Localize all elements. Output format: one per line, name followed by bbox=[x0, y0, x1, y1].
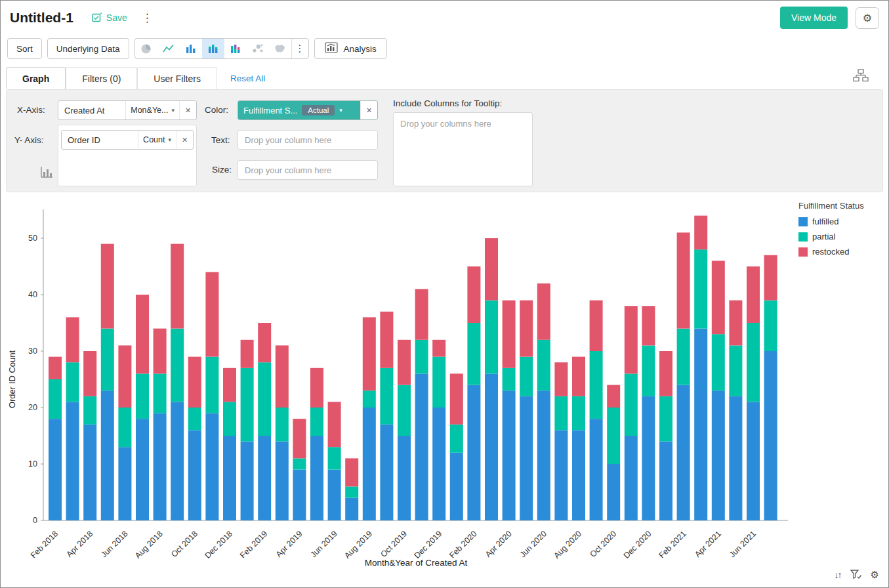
analysis-button[interactable]: Analysis bbox=[314, 38, 387, 59]
hierarchy-icon[interactable] bbox=[853, 69, 869, 85]
color-remove-icon[interactable]: ✕ bbox=[360, 101, 377, 119]
bar-segment-fulfilled[interactable] bbox=[83, 425, 96, 520]
x-axis-remove-icon[interactable]: ✕ bbox=[179, 101, 196, 119]
save-button[interactable]: * Save bbox=[92, 12, 127, 24]
bar-segment-fulfilled[interactable] bbox=[729, 396, 742, 520]
x-axis-aggregation-dropdown[interactable]: Mon&Ye... ▾ bbox=[125, 101, 179, 119]
bar-segment-restocked[interactable] bbox=[258, 323, 271, 362]
bar-segment-restocked[interactable] bbox=[49, 357, 62, 379]
bar-segment-fulfilled[interactable] bbox=[136, 419, 149, 520]
bar-segment-restocked[interactable] bbox=[520, 301, 533, 357]
bar-segment-restocked[interactable] bbox=[328, 402, 341, 447]
bar-segment-partial[interactable] bbox=[118, 408, 131, 447]
bar-segment-partial[interactable] bbox=[223, 402, 236, 436]
filter-funnel-icon[interactable] bbox=[850, 570, 861, 580]
bar-segment-fulfilled[interactable] bbox=[276, 442, 289, 520]
color-field-pill[interactable]: Fulfillment S... Actual ▾ bbox=[238, 101, 360, 119]
bar-chart-icon[interactable] bbox=[180, 39, 202, 58]
bar-segment-fulfilled[interactable] bbox=[154, 413, 167, 520]
bar-segment-restocked[interactable] bbox=[642, 306, 655, 345]
bar-segment-partial[interactable] bbox=[415, 340, 428, 374]
map-chart-icon[interactable] bbox=[269, 39, 291, 58]
bar-segment-partial[interactable] bbox=[712, 334, 725, 390]
bar-segment-fulfilled[interactable] bbox=[171, 402, 184, 520]
bar-segment-fulfilled[interactable] bbox=[363, 408, 376, 520]
bar-segment-partial[interactable] bbox=[293, 458, 306, 469]
view-mode-button[interactable]: View Mode bbox=[780, 7, 848, 29]
bar-segment-restocked[interactable] bbox=[503, 301, 516, 368]
bar-segment-restocked[interactable] bbox=[747, 266, 760, 323]
stacked-bar-chart-icon[interactable] bbox=[202, 39, 224, 58]
bar-segment-partial[interactable] bbox=[101, 329, 114, 391]
bar-segment-restocked[interactable] bbox=[188, 357, 201, 408]
reset-all-link[interactable]: Reset All bbox=[230, 74, 265, 83]
bar-segment-partial[interactable] bbox=[607, 408, 620, 464]
bar-segment-fulfilled[interactable] bbox=[415, 373, 428, 520]
bar-segment-partial[interactable] bbox=[380, 368, 393, 425]
legend-item-restocked[interactable]: restocked bbox=[798, 247, 884, 257]
bar-segment-restocked[interactable] bbox=[154, 329, 167, 374]
bar-segment-partial[interactable] bbox=[49, 379, 62, 419]
bar-segment-partial[interactable] bbox=[572, 396, 585, 430]
tooltip-drop-zone[interactable]: Drop your columns here bbox=[393, 112, 533, 186]
y-axis-field[interactable]: Order ID Count ▾ ✕ bbox=[61, 130, 194, 150]
bar-segment-fulfilled[interactable] bbox=[49, 419, 62, 520]
bar-segment-restocked[interactable] bbox=[485, 238, 498, 301]
bar-segment-fulfilled[interactable] bbox=[764, 351, 777, 520]
legend-item-fulfilled[interactable]: fulfilled bbox=[798, 217, 884, 226]
bar-segment-partial[interactable] bbox=[398, 385, 411, 436]
tab-user-filters[interactable]: User Filters bbox=[137, 67, 217, 89]
bar-segment-restocked[interactable] bbox=[607, 385, 620, 408]
bar-segment-fulfilled[interactable] bbox=[205, 413, 218, 520]
bar-segment-fulfilled[interactable] bbox=[432, 408, 445, 520]
bar-segment-restocked[interactable] bbox=[625, 306, 638, 373]
bar-segment-partial[interactable] bbox=[729, 345, 742, 396]
bar-segment-fulfilled[interactable] bbox=[101, 390, 114, 520]
bar-segment-restocked[interactable] bbox=[171, 244, 184, 329]
bar-segment-restocked[interactable] bbox=[590, 301, 603, 351]
bar-segment-restocked[interactable] bbox=[398, 340, 411, 385]
bar-segment-restocked[interactable] bbox=[83, 351, 96, 396]
settings-gear-button[interactable]: ⚙ bbox=[856, 7, 879, 29]
bar-segment-partial[interactable] bbox=[345, 486, 358, 497]
bar-segment-partial[interactable] bbox=[625, 373, 638, 436]
bar-segment-fulfilled[interactable] bbox=[188, 430, 201, 520]
sort-button[interactable]: Sort bbox=[7, 38, 42, 59]
bar-segment-restocked[interactable] bbox=[66, 317, 79, 362]
bar-segment-fulfilled[interactable] bbox=[642, 396, 655, 520]
bar-segment-restocked[interactable] bbox=[205, 272, 218, 357]
bar-segment-restocked[interactable] bbox=[345, 458, 358, 486]
bar-segment-partial[interactable] bbox=[432, 357, 445, 408]
bar-segment-restocked[interactable] bbox=[293, 419, 306, 458]
y-axis-aggregation-dropdown[interactable]: Count ▾ bbox=[138, 131, 176, 149]
color-actual-badge[interactable]: Actual bbox=[302, 105, 335, 116]
bar-segment-restocked[interactable] bbox=[572, 357, 585, 396]
legend-item-partial[interactable]: partial bbox=[798, 232, 884, 242]
bubble-chart-icon[interactable] bbox=[247, 39, 269, 58]
bar-segment-restocked[interactable] bbox=[467, 266, 480, 323]
bar-segment-fulfilled[interactable] bbox=[223, 436, 236, 520]
bar-segment-restocked[interactable] bbox=[136, 295, 149, 373]
bar-segment-restocked[interactable] bbox=[764, 255, 777, 301]
bar-segment-restocked[interactable] bbox=[712, 261, 725, 334]
bar-segment-partial[interactable] bbox=[258, 362, 271, 436]
bar-segment-restocked[interactable] bbox=[241, 340, 254, 368]
more-chart-types-icon[interactable]: ⋮ bbox=[291, 39, 308, 58]
bar-segment-restocked[interactable] bbox=[276, 345, 289, 408]
bar-segment-fulfilled[interactable] bbox=[503, 390, 516, 520]
bar-segment-partial[interactable] bbox=[520, 357, 533, 396]
bar-segment-partial[interactable] bbox=[188, 408, 201, 430]
bar-segment-partial[interactable] bbox=[450, 425, 463, 453]
sort-order-icon[interactable]: ↓↑ bbox=[835, 570, 841, 580]
bar-segment-partial[interactable] bbox=[694, 249, 707, 328]
bar-segment-fulfilled[interactable] bbox=[747, 402, 760, 520]
bar-segment-partial[interactable] bbox=[241, 368, 254, 442]
bar-segment-fulfilled[interactable] bbox=[554, 430, 568, 520]
bar-segment-partial[interactable] bbox=[363, 390, 376, 408]
bar-segment-fulfilled[interactable] bbox=[607, 464, 620, 520]
bar-segment-partial[interactable] bbox=[642, 345, 655, 396]
bar-segment-fulfilled[interactable] bbox=[118, 447, 131, 520]
bar-segment-fulfilled[interactable] bbox=[241, 442, 254, 520]
bar-segment-restocked[interactable] bbox=[537, 284, 550, 340]
bar-segment-restocked[interactable] bbox=[118, 345, 131, 408]
